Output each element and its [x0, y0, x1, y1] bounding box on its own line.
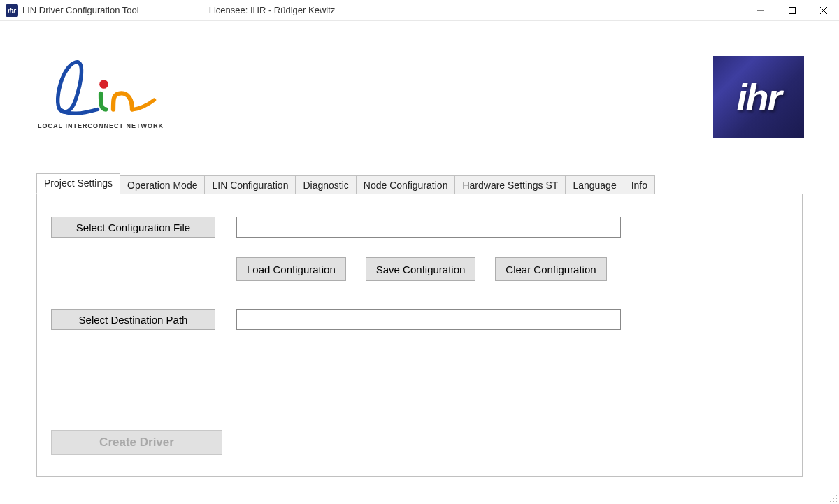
window-titlebar: ihr LIN Driver Configuration Tool Licens…: [0, 0, 839, 21]
lin-logo: LOCAL INTERCONNECT NETWORK: [31, 56, 171, 129]
tab-strip: Project Settings Operation Mode LIN Conf…: [36, 173, 817, 194]
save-configuration-button[interactable]: Save Configuration: [366, 257, 476, 281]
lin-logo-subtitle: LOCAL INTERCONNECT NETWORK: [31, 122, 171, 129]
minimize-button[interactable]: [745, 0, 776, 21]
close-button[interactable]: [808, 0, 839, 21]
svg-point-7: [836, 498, 837, 499]
configuration-file-input[interactable]: [236, 217, 621, 238]
svg-point-9: [833, 501, 834, 502]
tab-operation-mode[interactable]: Operation Mode: [120, 175, 205, 194]
select-destination-path-button[interactable]: Select Destination Path: [51, 309, 215, 330]
select-configuration-file-button[interactable]: Select Configuration File: [51, 217, 215, 238]
lin-logo-icon: [38, 56, 164, 119]
destination-path-input[interactable]: [236, 309, 621, 330]
app-icon: ihr: [6, 4, 18, 17]
svg-point-5: [836, 495, 837, 496]
window-title: LIN Driver Configuration Tool: [22, 5, 139, 15]
create-driver-button: Create Driver: [51, 430, 222, 455]
tab-diagnostic[interactable]: Diagnostic: [296, 175, 356, 194]
tab-language[interactable]: Language: [566, 175, 624, 194]
tab-project-settings[interactable]: Project Settings: [36, 173, 120, 194]
clear-configuration-button[interactable]: Clear Configuration: [495, 257, 606, 281]
load-configuration-button[interactable]: Load Configuration: [236, 257, 346, 281]
svg-point-10: [836, 501, 837, 502]
tab-info[interactable]: Info: [624, 175, 655, 194]
resize-grip-icon[interactable]: [826, 491, 838, 503]
svg-point-4: [99, 80, 108, 89]
svg-rect-1: [789, 7, 795, 13]
svg-point-6: [833, 498, 834, 499]
tab-hardware-settings-st[interactable]: Hardware Settings ST: [455, 175, 566, 194]
ihr-logo: ihr: [713, 56, 804, 138]
licensee-text: Licensee: IHR - Rüdiger Kewitz: [209, 5, 336, 15]
tab-panel-project-settings: Select Configuration File Load Configura…: [36, 194, 803, 477]
tab-lin-configuration[interactable]: LIN Configuration: [205, 175, 296, 194]
svg-point-8: [830, 501, 831, 502]
tab-node-configuration[interactable]: Node Configuration: [357, 175, 456, 194]
maximize-button[interactable]: [776, 0, 808, 21]
